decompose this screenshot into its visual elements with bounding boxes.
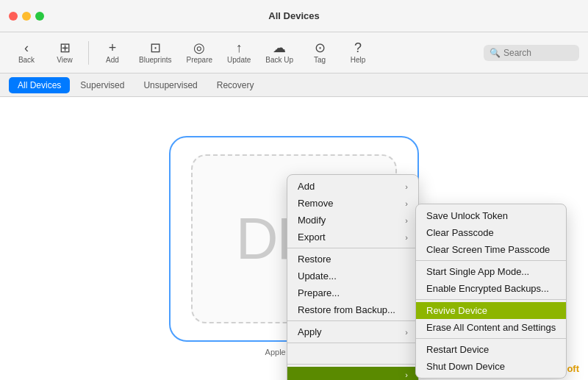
menu-label-update: Update... [298, 270, 337, 282]
toolbar-separator-1 [88, 41, 89, 65]
tab-bar: All Devices Supervised Unsupervised Reco… [0, 74, 588, 97]
submenu-label-enable-encrypted: Enable Encrypted Backups... [426, 283, 549, 294]
submenu-separator-1 [416, 260, 566, 261]
menu-item-advanced[interactable]: › [287, 367, 418, 380]
context-menu: Add › Remove › Modify › Export › Restore… [287, 174, 419, 380]
menu-label-export: Export [298, 232, 326, 243]
toolbar-back[interactable]: ‹ Back [9, 38, 44, 67]
search-input[interactable] [503, 48, 573, 58]
back-label: Back [18, 56, 35, 64]
blueprints-icon: ⊡ [150, 41, 161, 54]
submenu-label-clear-screen-time: Clear Screen Time Passcode [426, 244, 550, 255]
backup-label: Back Up [265, 56, 293, 64]
menu-separator-4 [287, 364, 418, 365]
help-label: Help [351, 56, 366, 64]
menu-label-apply: Apply [298, 326, 322, 337]
window-title: All Devices [268, 10, 319, 21]
submenu-item-restart[interactable]: Restart Device [416, 341, 566, 358]
menu-separator-2 [287, 320, 418, 321]
tab-supervised[interactable]: Supervised [71, 77, 133, 93]
menu-item-restore-backup[interactable]: Restore from Backup... [287, 301, 418, 318]
submenu-item-save-unlock-token[interactable]: Save Unlock Token [416, 207, 566, 224]
toolbar-help[interactable]: ? Help [340, 38, 376, 67]
menu-item-update[interactable]: Update... [287, 268, 418, 284]
submenu-item-revive[interactable]: Revive Device [416, 302, 566, 319]
submenu-item-single-app[interactable]: Start Single App Mode... [416, 263, 566, 280]
toolbar-prepare[interactable]: ◎ Prepare [180, 38, 218, 67]
tag-label: Tag [314, 56, 326, 64]
help-icon: ? [354, 41, 362, 54]
arrow-icon-remove: › [405, 199, 408, 208]
submenu-label-erase-all: Erase All Content and Settings [426, 322, 556, 333]
toolbar-view[interactable]: ⊞ View [47, 38, 82, 67]
submenu-item-clear-screen-time[interactable]: Clear Screen Time Passcode [416, 241, 566, 258]
menu-separator-1 [287, 248, 418, 248]
menu-separator-3 [287, 343, 418, 343]
menu-item-add[interactable]: Add › [287, 178, 418, 195]
prepare-label: Prepare [186, 56, 212, 64]
submenu-separator-2 [416, 299, 566, 300]
close-button[interactable] [9, 12, 18, 21]
arrow-icon-apply: › [405, 328, 408, 337]
toolbar-blueprints[interactable]: ⊡ Blueprints [133, 38, 177, 67]
menu-item-backup[interactable] [287, 345, 418, 362]
menu-item-modify[interactable]: Modify › [287, 212, 418, 229]
update-icon: ↑ [236, 41, 243, 54]
menu-item-prepare[interactable]: Prepare... [287, 284, 418, 301]
search-icon: 🔍 [490, 48, 501, 58]
prepare-icon: ◎ [193, 41, 205, 54]
main-content: DFU Apple Controller Add › Remove › Modi… [0, 97, 588, 380]
menu-label-restore-backup: Restore from Backup... [298, 304, 395, 315]
view-icon: ⊞ [60, 41, 71, 54]
backup-icon: ☁ [273, 41, 286, 54]
submenu-item-erase-all[interactable]: Erase All Content and Settings [416, 319, 566, 336]
toolbar: ‹ Back ⊞ View + Add ⊡ Blueprints ◎ Prepa… [0, 32, 588, 74]
submenu-item-enable-encrypted[interactable]: Enable Encrypted Backups... [416, 280, 566, 297]
maximize-button[interactable] [35, 12, 44, 21]
menu-label-modify: Modify [298, 215, 326, 226]
submenu-label-revive: Revive Device [426, 305, 487, 316]
submenu-label-restart: Restart Device [426, 344, 489, 355]
search-bar[interactable]: 🔍 [484, 45, 579, 61]
arrow-icon-advanced: › [405, 370, 408, 379]
menu-label-remove: Remove [298, 198, 333, 209]
title-bar: All Devices [0, 0, 588, 32]
tag-icon: ⊙ [315, 41, 326, 54]
add-label: Add [106, 56, 119, 64]
arrow-icon-export: › [405, 233, 408, 242]
submenu-item-clear-passcode[interactable]: Clear Passcode [416, 224, 566, 241]
update-label: Update [227, 56, 251, 64]
arrow-icon-modify: › [405, 216, 408, 225]
tab-unsupervised[interactable]: Unsupervised [135, 77, 206, 93]
submenu-label-shut-down: Shut Down Device [426, 361, 505, 372]
toolbar-add[interactable]: + Add [95, 38, 130, 67]
submenu-label-clear-passcode: Clear Passcode [426, 227, 494, 238]
menu-item-export[interactable]: Export › [287, 229, 418, 245]
add-icon: + [109, 41, 117, 54]
toolbar-update[interactable]: ↑ Update [221, 38, 257, 67]
submenu-label-single-app: Start Single App Mode... [426, 266, 529, 277]
menu-label-prepare: Prepare... [298, 287, 340, 298]
submenu-item-shut-down[interactable]: Shut Down Device [416, 358, 566, 375]
minimize-button[interactable] [22, 12, 31, 21]
tab-all-devices[interactable]: All Devices [9, 77, 70, 93]
tab-recovery[interactable]: Recovery [208, 77, 263, 93]
submenu: Save Unlock Token Clear Passcode Clear S… [415, 204, 567, 379]
view-label: View [57, 56, 73, 64]
menu-label-add: Add [298, 181, 315, 192]
toolbar-tag[interactable]: ⊙ Tag [302, 38, 337, 67]
menu-item-restore[interactable]: Restore [287, 251, 418, 268]
menu-item-remove[interactable]: Remove › [287, 195, 418, 212]
arrow-icon-add: › [405, 182, 408, 191]
submenu-separator-3 [416, 338, 566, 339]
window-controls [9, 12, 44, 21]
menu-item-apply[interactable]: Apply › [287, 323, 418, 340]
back-icon: ‹ [24, 41, 29, 54]
submenu-label-save-unlock: Save Unlock Token [426, 210, 508, 221]
menu-label-restore: Restore [298, 254, 331, 265]
blueprints-label: Blueprints [139, 56, 171, 64]
toolbar-backup[interactable]: ☁ Back Up [259, 38, 299, 67]
